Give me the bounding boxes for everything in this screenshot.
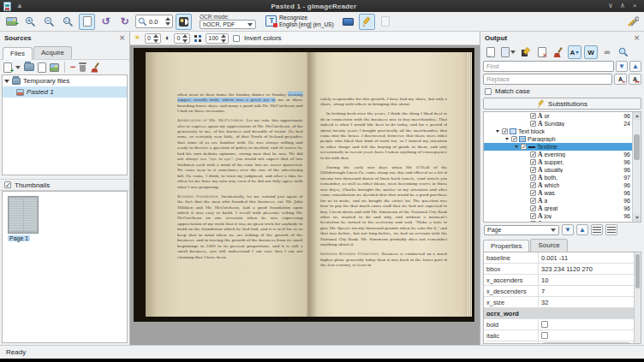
find-replace-toggle[interactable]: A [568, 45, 581, 59]
tree-row-both[interactable]: ✓Aboth,97 [484, 174, 632, 181]
item-checkbox[interactable]: ✓ [530, 113, 536, 119]
property-value[interactable]: English (United States) [539, 341, 634, 344]
thumbnails-checkbox[interactable]: ✓ [4, 181, 11, 188]
book-image[interactable]: often went to their home for Sunday dinn… [134, 48, 474, 322]
rotate-left-button[interactable]: ↺ [98, 14, 114, 30]
item-checkbox[interactable]: ✓ [530, 151, 536, 157]
screenshot-icon[interactable] [50, 63, 59, 72]
find-input[interactable] [483, 61, 614, 72]
delete-source-icon[interactable] [79, 62, 86, 72]
tree-scrollbar[interactable] [632, 112, 641, 222]
item-checkbox[interactable]: ✓ [530, 190, 536, 196]
thumbnails-list[interactable]: Page 1 [2, 191, 128, 343]
output-close-icon[interactable]: ✕ [634, 35, 640, 42]
keep-above-icon[interactable]: ▲ [16, 3, 23, 9]
stitch-button[interactable]: ∞ [600, 45, 614, 59]
open-image-button[interactable]: + [3, 14, 20, 30]
find-prev-button[interactable]: ▲ [629, 61, 641, 72]
close-button[interactable]: × [629, 3, 641, 9]
property-value[interactable] [539, 330, 634, 341]
replace-button[interactable]: A▸ [614, 74, 627, 85]
zoom-original-button[interactable]: 1:1 [60, 14, 76, 30]
clear-output-button[interactable]: ✕ [535, 45, 549, 59]
tree-row-textblock[interactable]: ✓Text block [484, 128, 632, 135]
maximize-button[interactable]: ∧ [617, 3, 629, 9]
strip-button[interactable] [552, 45, 565, 59]
tab-files[interactable]: Files [3, 47, 33, 60]
tree-row-a[interactable]: ✓Aa96 [484, 197, 632, 205]
hocr-tree[interactable]: ✓Aor96✓ASunday24✓Text block✓Paragraph✓Te… [483, 111, 641, 223]
new-output-button[interactable] [378, 14, 394, 30]
navigate-prev-button[interactable]: ▲ [576, 224, 588, 235]
save-hocr-button[interactable] [500, 45, 516, 59]
titlebar[interactable]: ▲ Pasted 1 - gImageReader ∨ ∧ × [0, 0, 644, 12]
rotation-spin-buttons[interactable] [165, 17, 170, 26]
recognize-button[interactable]: Recognize English [eng] (en_US) [262, 13, 337, 30]
item-checkbox[interactable]: ✓ [530, 175, 536, 181]
tree-row-textline[interactable]: ✓Textline [484, 143, 632, 151]
tree-row-supper[interactable]: ✓Asupper,96 [484, 158, 632, 166]
item-checkbox[interactable]: ✓ [502, 128, 508, 134]
item-checkbox[interactable]: ✓ [521, 144, 527, 150]
collapse-all-button[interactable] [605, 224, 617, 235]
item-checkbox[interactable]: ✓ [530, 159, 536, 165]
fit-page-button[interactable] [79, 14, 95, 30]
page-1-thumbnail[interactable] [8, 196, 39, 234]
item-checkbox[interactable]: ✓ [530, 167, 536, 173]
tree-row-which[interactable]: ✓Awhich96 [484, 181, 632, 189]
expander-icon[interactable] [504, 138, 510, 140]
tree-row-usually[interactable]: ✓Ausually96 [484, 166, 632, 174]
file-row-pasted-1[interactable]: Pasted 1 [3, 86, 127, 98]
item-checkbox[interactable]: ✓ [530, 121, 536, 127]
tab-acquire[interactable]: Acquire [33, 46, 72, 59]
item-checkbox[interactable]: ✓ [530, 198, 536, 204]
item-checkbox[interactable]: ✓ [530, 182, 536, 188]
rotation-spinbox[interactable]: 0.0 [135, 15, 173, 28]
properties-scrollbar[interactable] [634, 252, 641, 343]
find-next-button[interactable]: ▼ [616, 61, 628, 72]
contrast-spinbox[interactable]: 0 [174, 33, 190, 44]
navigation-target-select[interactable]: Page [484, 225, 559, 235]
image-controls-toggle[interactable] [176, 14, 192, 30]
tree-row-was[interactable]: ✓Awas96 [484, 189, 632, 197]
zoom-in-button[interactable] [22, 14, 39, 30]
invert-colors-checkbox[interactable] [233, 35, 240, 42]
tab-source[interactable]: Source [530, 239, 567, 252]
tree-row-joy[interactable]: ✓Ajoy96 [484, 212, 632, 220]
tree-row-great[interactable]: ✓Agreat96 [484, 205, 632, 212]
clear-sources-icon[interactable] [90, 62, 101, 73]
edit-mode-toggle[interactable] [359, 14, 375, 30]
ocr-highlight-region[interactable]: evening supper, usually both, which was … [177, 92, 303, 102]
item-checkbox[interactable]: ✓ [530, 213, 536, 219]
navigate-next-button[interactable]: ▼ [562, 224, 574, 235]
book-left-page[interactable]: often went to their home for Sunday dinn… [146, 52, 309, 317]
property-select[interactable]: English (United States) [542, 342, 630, 344]
tree-row-or[interactable]: ✓Aor96 [484, 112, 632, 120]
image-canvas[interactable]: often went to their home for Sunday dinn… [130, 45, 480, 345]
page-1-label[interactable]: Page 1 [8, 235, 30, 241]
sources-file-tree[interactable]: Temporary files Pasted 1 [2, 74, 128, 175]
match-case-checkbox[interactable] [485, 88, 492, 95]
replace-all-button[interactable]: A▸▸ [629, 74, 641, 85]
substitutions-button[interactable]: Substitutions [483, 98, 641, 110]
item-checkbox[interactable]: ✓ [530, 205, 536, 211]
tree-row-evening[interactable]: ✓Aevening96 [484, 151, 632, 158]
open-hocr-button[interactable]: → [484, 45, 498, 59]
word-config-toggle[interactable]: W [584, 45, 598, 59]
property-checkbox[interactable] [541, 332, 548, 339]
expander-icon[interactable] [514, 145, 519, 148]
expander-icon[interactable] [4, 80, 9, 83]
tree-row-to[interactable]: ✓Ato96 [484, 220, 632, 222]
minimize-button[interactable]: ∨ [605, 3, 617, 9]
ocr-mode-select[interactable]: hOCR, PDF [200, 20, 256, 29]
remove-source-icon[interactable]: − [70, 62, 75, 72]
add-images-icon[interactable]: + [3, 62, 12, 73]
item-checkbox[interactable]: ✓ [530, 221, 536, 222]
rotate-right-button[interactable]: ↻ [116, 14, 133, 30]
property-checkbox[interactable] [541, 321, 548, 328]
item-checkbox[interactable]: ✓ [511, 136, 517, 142]
replace-input[interactable] [483, 74, 612, 85]
paste-icon[interactable] [38, 62, 46, 73]
tab-properties[interactable]: Properties [483, 240, 529, 252]
settings-button[interactable] [624, 14, 641, 30]
